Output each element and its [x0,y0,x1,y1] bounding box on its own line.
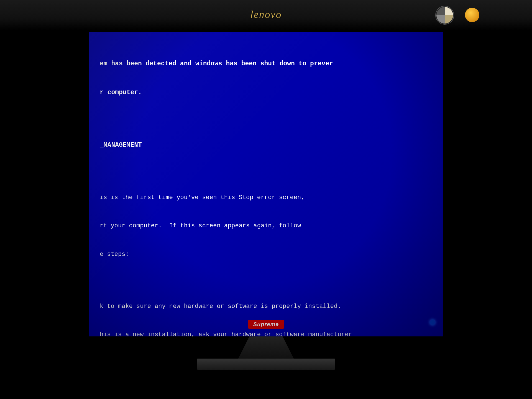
bsod-line-4: is is the first time you've seen this St… [100,193,432,202]
bsod-line-2: r computer. [100,88,432,98]
supreme-badge: Supreme [248,320,284,329]
bsod-line-7: k to make sure any new hardware or softw… [100,302,432,311]
bsod-line-1: em has been detected and windows has bee… [100,59,432,69]
bsod-line-3: _MANAGEMENT [100,140,432,150]
monitor-base [197,359,335,370]
bsod-line-6: e steps: [100,250,432,259]
bsod-line-5: rt your computer. If this screen appears… [100,221,432,231]
bsod-spacer-2 [100,169,432,174]
bsod-spacer-3 [100,278,432,283]
monitor-top-bezel: lenovo [0,0,532,30]
bsod-screen: em has been detected and windows has bee… [89,32,443,336]
bsod-line-8: his is a new installation, ask your hard… [100,330,432,336]
bsod-content: em has been detected and windows has bee… [89,32,443,336]
lenovo-logo: lenovo [250,8,282,20]
monitor-stand [238,336,294,359]
orange-indicator [465,8,479,22]
monitor-logo-icon [435,6,454,25]
bsod-spacer-1 [100,117,432,122]
power-indicator-led [430,320,435,325]
